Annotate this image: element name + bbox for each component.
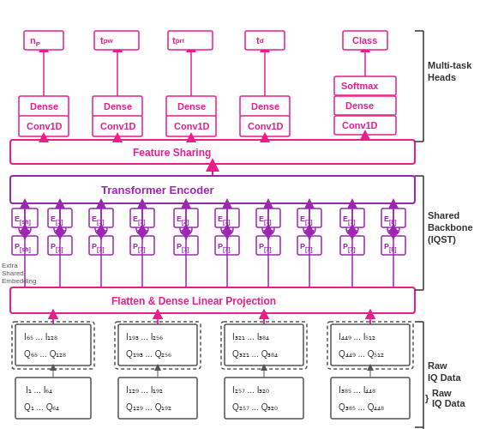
- architecture-diagram: I₁ ... I₆₄ Q₁ ... Q₆₄ I₁₂₉ ... I₁₉₂ Q₁₂₉…: [0, 0, 504, 429]
- diagram-labels: [0, 0, 504, 429]
